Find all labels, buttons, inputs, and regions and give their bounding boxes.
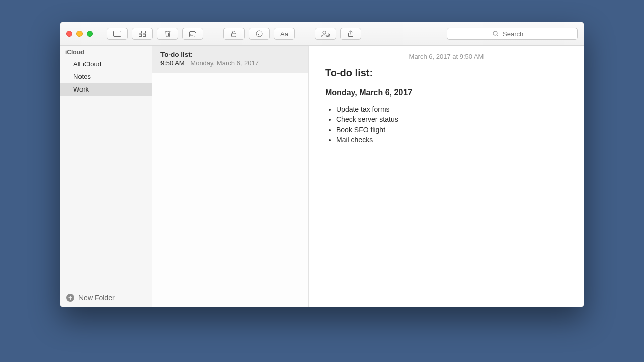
note-item-subtitle: 9:50 AM Monday, March 6, 2017 bbox=[160, 59, 300, 67]
note-bullet-item: Check server status bbox=[336, 114, 568, 124]
text-style-button[interactable]: Aa bbox=[274, 28, 295, 40]
checklist-button[interactable] bbox=[249, 28, 270, 40]
svg-point-10 bbox=[256, 31, 262, 37]
share-icon bbox=[348, 30, 354, 37]
note-bullet-list: Update tax forms Check server status Boo… bbox=[336, 104, 568, 145]
note-list: To-do list: 9:50 AM Monday, March 6, 201… bbox=[152, 46, 309, 307]
note-item-time: 9:50 AM bbox=[160, 59, 185, 67]
lock-note-button[interactable] bbox=[223, 28, 245, 40]
note-editor[interactable]: March 6, 2017 at 9:50 AM To-do list: Mon… bbox=[309, 46, 584, 307]
folder-sidebar: iCloud All iCloud Notes Work + New Folde… bbox=[60, 46, 152, 307]
svg-rect-2 bbox=[139, 31, 142, 34]
add-people-icon bbox=[321, 30, 330, 37]
search-field[interactable] bbox=[447, 28, 578, 40]
search-icon bbox=[493, 31, 499, 37]
note-bullet-item: Book SFO flight bbox=[336, 125, 568, 135]
add-people-button[interactable] bbox=[315, 28, 336, 40]
note-title-heading: To-do list: bbox=[325, 67, 568, 79]
search-input[interactable] bbox=[502, 30, 532, 38]
svg-rect-0 bbox=[114, 31, 121, 37]
lock-icon bbox=[231, 30, 237, 37]
content-area: iCloud All iCloud Notes Work + New Folde… bbox=[60, 46, 584, 307]
svg-rect-9 bbox=[232, 33, 236, 37]
text-style-icon: Aa bbox=[280, 30, 288, 38]
sidebar-item-notes[interactable]: Notes bbox=[60, 70, 152, 83]
grid-view-button[interactable] bbox=[132, 28, 153, 40]
note-item-date: Monday, March 6, 2017 bbox=[190, 59, 259, 67]
sidebar-item-all-icloud[interactable]: All iCloud bbox=[60, 58, 152, 70]
toolbar-group-share bbox=[315, 28, 361, 40]
sidebar-icon bbox=[113, 31, 121, 37]
note-list-item[interactable]: To-do list: 9:50 AM Monday, March 6, 201… bbox=[152, 46, 308, 73]
note-timestamp: March 6, 2017 at 9:50 AM bbox=[309, 51, 584, 64]
app-window: Aa iCloud All iCloud Notes Work bbox=[60, 22, 584, 307]
grid-icon bbox=[139, 31, 146, 37]
plus-circle-icon: + bbox=[66, 294, 74, 302]
svg-rect-3 bbox=[143, 31, 146, 34]
close-window-button[interactable] bbox=[66, 31, 72, 37]
window-controls bbox=[66, 31, 93, 37]
note-bullet-item: Mail checks bbox=[336, 135, 568, 145]
fullscreen-window-button[interactable] bbox=[87, 31, 93, 37]
titlebar: Aa bbox=[60, 22, 584, 46]
svg-point-15 bbox=[493, 31, 497, 35]
toolbar-group-format: Aa bbox=[223, 28, 295, 40]
new-note-button[interactable] bbox=[182, 28, 203, 40]
compose-icon bbox=[189, 30, 196, 37]
delete-note-button[interactable] bbox=[157, 28, 178, 40]
svg-rect-4 bbox=[139, 34, 142, 37]
minimize-window-button[interactable] bbox=[76, 31, 83, 37]
share-button[interactable] bbox=[340, 28, 361, 40]
svg-point-11 bbox=[323, 31, 326, 34]
new-folder-label: New Folder bbox=[78, 294, 115, 302]
toolbar-group-view bbox=[107, 28, 203, 40]
svg-rect-5 bbox=[143, 34, 146, 37]
note-subtitle-heading: Monday, March 6, 2017 bbox=[325, 88, 568, 97]
new-folder-button[interactable]: + New Folder bbox=[60, 289, 152, 307]
checklist-icon bbox=[256, 30, 263, 37]
toggle-sidebar-button[interactable] bbox=[107, 28, 128, 40]
note-item-title: To-do list: bbox=[160, 51, 300, 58]
sidebar-item-work[interactable]: Work bbox=[60, 83, 152, 96]
sidebar-section-header: iCloud bbox=[60, 46, 152, 58]
note-bullet-item: Update tax forms bbox=[336, 104, 568, 114]
svg-line-16 bbox=[497, 35, 498, 36]
note-body[interactable]: To-do list: Monday, March 6, 2017 Update… bbox=[309, 67, 584, 145]
trash-icon bbox=[165, 30, 171, 37]
